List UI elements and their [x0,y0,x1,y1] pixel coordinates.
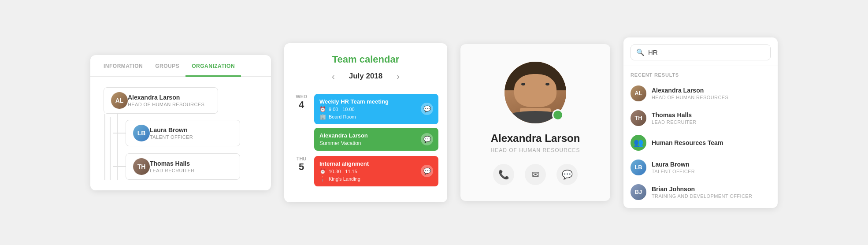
result-avatar-laura: LB [631,160,646,175]
child-laura-name: Laura Brown [150,126,193,134]
org-child-laura[interactable]: LB Laura Brown TALENT OFFICER [117,120,240,146]
profile-card: Alexandra Larson HEAD OF HUMAN RESOURCES… [460,44,610,201]
profile-avatar-container [504,62,566,123]
child-thomas-name: Thomas Halls [150,160,195,167]
event-hr-meeting[interactable]: Weekly HR Team meeting ⏰ 9.00 - 10.00 🏢 … [314,94,438,124]
result-avatar-thomas: TH [631,110,646,126]
result-item-thomas[interactable]: TH Thomas Halls LEAD RECRUITER [623,106,778,130]
email-button[interactable]: ✉ [525,164,546,185]
search-input-wrapper: 🔍 [623,45,778,66]
event-internal-alignment[interactable]: Internal alignment ⏰ 10.30 - 11.15 📍 Kin… [314,156,438,186]
calendar-nav: ‹ July 2018 › [293,70,438,83]
calendar-month: July 2018 [349,72,383,81]
profile-actions: 📞 ✉ 💬 [493,164,578,185]
event-summer-vacation[interactable]: Alexandra Larson Summer Vacation 💬 [314,128,438,151]
status-dot [552,109,564,121]
child-thomas-role: LEAD RECRUITER [150,168,195,173]
org-root-node[interactable]: AL Alexandra Larson HEAD OF HUMAN RESOUR… [104,87,218,114]
next-month-button[interactable]: › [393,70,403,83]
result-name-laura: Laura Brown [652,161,695,168]
organization-card: INFORMATION GROUPS ORGANIZATION AL Alexa… [90,55,271,190]
day-num-thu: 5 [293,161,310,173]
search-input-container: 🔍 [631,45,771,60]
org-tree: AL Alexandra Larson HEAD OF HUMAN RESOUR… [99,87,262,180]
search-card: 🔍 RECENT RESULTS AL Alexandra Larson HEA… [623,37,778,208]
result-name-hr-team: Human Resources Team [652,139,723,146]
search-input[interactable] [648,48,765,56]
avatar: AL [111,92,128,109]
result-role-brian: TRAINING AND DEVELOPMENT OFFICER [652,193,752,199]
day-num-wed: 4 [293,99,310,111]
prev-month-button[interactable]: ‹ [328,70,338,83]
event-time: 9.00 - 10.00 [329,107,355,112]
phone-button[interactable]: 📞 [493,164,514,185]
profile-role: HEAD OF HUMAN RESOURCES [490,147,580,153]
tab-groups[interactable]: GROUPS [149,55,185,77]
result-name-brian: Brian Johnson [652,186,752,193]
day-name-wed: WED [293,94,310,99]
event-person: Alexandra Larson [319,132,433,139]
result-name-alexandra: Alexandra Larson [652,87,728,94]
result-name-thomas: Thomas Halls [652,111,697,119]
location-icon: 📍 [319,176,326,182]
calendar-day-thu: THU 5 Internal alignment ⏰ 10.30 - 11.15… [293,156,438,186]
wed-events: Weekly HR Team meeting ⏰ 9.00 - 10.00 🏢 … [314,94,438,151]
result-item-alexandra[interactable]: AL Alexandra Larson HEAD OF HUMAN RESOUR… [623,81,778,106]
event-title: Weekly HR Team meeting [319,98,433,105]
recent-results-label: RECENT RESULTS [623,66,778,81]
avatar: LB [133,125,150,141]
result-item-hr-team[interactable]: 👥 Human Resources Team [623,130,778,155]
calendar-card: Team calendar ‹ July 2018 › WED 4 Weekly… [284,43,447,202]
room-icon: 🏢 [319,114,326,120]
result-item-brian[interactable]: BJ Brian Johnson TRAINING AND DEVELOPMEN… [623,180,778,204]
search-icon: 🔍 [636,48,645,56]
event-quote-btn3[interactable]: 💬 [421,165,433,177]
thu-events: Internal alignment ⏰ 10.30 - 11.15 📍 Kin… [314,156,438,186]
result-item-laura[interactable]: LB Laura Brown TALENT OFFICER [623,155,778,180]
tab-information[interactable]: INFORMATION [97,55,149,77]
clock-icon: ⏰ [319,106,326,112]
event-quote-btn2[interactable]: 💬 [421,133,433,145]
event-quote-btn[interactable]: 💬 [421,103,433,115]
event-title: Internal alignment [319,160,433,167]
org-child-thomas[interactable]: TH Thomas Halls LEAD RECRUITER [117,153,240,180]
avatar: TH [133,158,150,175]
tab-organization[interactable]: ORGANIZATION [185,55,241,77]
calendar-body: WED 4 Weekly HR Team meeting ⏰ 9.00 - 10… [284,90,447,202]
root-name: Alexandra Larson [128,94,204,101]
result-avatar-alexandra: AL [631,85,646,101]
calendar-day-wed: WED 4 Weekly HR Team meeting ⏰ 9.00 - 10… [293,94,438,151]
org-children: LB Laura Brown TALENT OFFICER TH [117,114,240,180]
clock-icon2: ⏰ [319,168,326,174]
event-subtitle: Summer Vacation [319,140,433,146]
child-laura-role: TALENT OFFICER [150,134,193,140]
result-avatar-hr-team: 👥 [631,135,646,151]
org-tabs: INFORMATION GROUPS ORGANIZATION [90,55,271,77]
org-body: AL Alexandra Larson HEAD OF HUMAN RESOUR… [90,77,271,190]
result-avatar-brian: BJ [631,184,646,200]
day-name-thu: THU [293,156,310,161]
calendar-title: Team calendar [293,54,438,65]
calendar-header: Team calendar ‹ July 2018 › [284,43,447,90]
result-role-alexandra: HEAD OF HUMAN RESOURCES [652,95,728,100]
event-time2: 10.30 - 11.15 [329,169,357,174]
result-role-laura: TALENT OFFICER [652,169,695,174]
result-role-thomas: LEAD RECRUITER [652,119,697,125]
root-role: HEAD OF HUMAN RESOURCES [128,102,204,107]
event-location: King's Landing [329,176,360,182]
message-button[interactable]: 💬 [556,164,578,185]
profile-name: Alexandra Larson [491,132,580,145]
event-room: Board Room [329,114,356,119]
